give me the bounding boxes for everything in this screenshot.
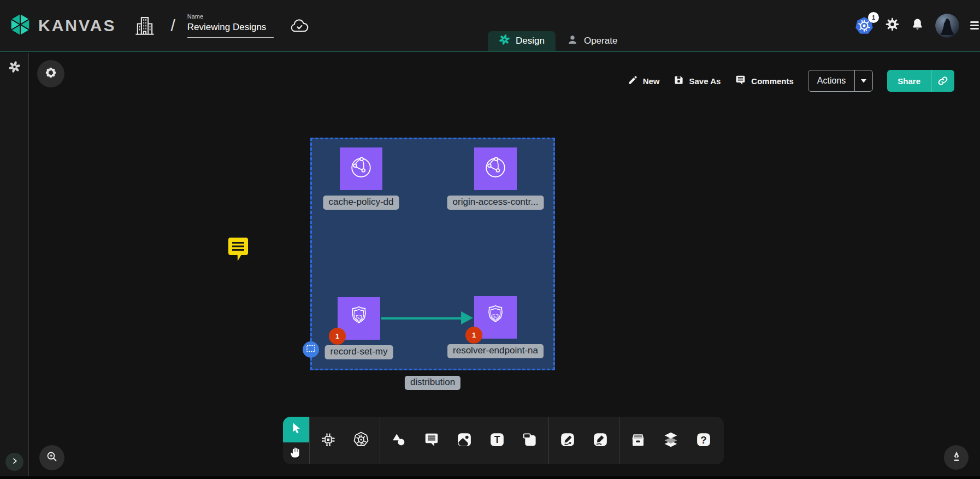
svg-text:T: T — [494, 434, 500, 445]
design-swirl-icon — [499, 34, 510, 48]
kubernetes-context-button[interactable]: 1 — [854, 16, 874, 36]
breadcrumb-separator: / — [170, 16, 175, 35]
canvas-toolbar: New Save As Comments Actions Share — [628, 70, 954, 92]
notifications-bell-icon[interactable] — [911, 17, 924, 33]
shapes-icon — [391, 431, 407, 450]
magnifier-plus-icon — [45, 450, 58, 465]
route53-shield-icon: 53 — [345, 304, 373, 333]
edge-connector-arrowhead — [461, 311, 473, 324]
node-label: record-set-my — [325, 345, 393, 359]
kubernetes-helm-icon — [352, 431, 370, 451]
circuit-chip-icon — [320, 431, 336, 450]
error-count-badge: 1 — [329, 328, 346, 345]
pen-icon — [559, 431, 576, 450]
canvas-menu-button[interactable] — [37, 60, 64, 87]
pen-tool-button[interactable] — [551, 417, 584, 464]
app-header: KANVAS / Name — [0, 0, 980, 52]
actions-dropdown-caret[interactable] — [855, 70, 872, 91]
comment-bubble-icon — [735, 74, 746, 87]
pan-tool-button[interactable] — [283, 442, 309, 464]
text-tool-button[interactable]: T — [481, 417, 513, 464]
logo-wordmark: KANVAS — [38, 16, 116, 35]
pencil-icon — [628, 75, 638, 87]
cloudfront-globe-icon — [347, 153, 375, 184]
node-label: resolver-endpoint-na — [447, 344, 544, 358]
image-tool-button[interactable] — [448, 417, 481, 464]
dashed-rectangle-icon — [306, 344, 316, 355]
node-origin-access-control[interactable]: origin-access-contr... — [474, 147, 517, 190]
operate-person-icon — [566, 34, 578, 49]
cursor-arrow-icon — [290, 422, 303, 437]
tab-design[interactable]: Design — [488, 31, 556, 51]
sketch-pencil-icon — [592, 431, 609, 450]
design-name-input[interactable] — [187, 21, 274, 38]
error-count-badge: 1 — [465, 327, 482, 344]
comment-tool-button[interactable] — [415, 417, 448, 464]
image-icon — [456, 431, 473, 450]
select-tool-button[interactable] — [283, 417, 309, 442]
pen-nib-icon — [950, 450, 963, 465]
node-resolver-endpoint[interactable]: 53 1 resolver-endpoint-na — [474, 296, 517, 339]
archive-tool-button[interactable] — [622, 417, 654, 464]
svg-text:53: 53 — [492, 313, 499, 320]
tab-design-label: Design — [516, 36, 545, 46]
comments-button[interactable]: Comments — [735, 74, 794, 87]
sketch-pencil-tool-button[interactable] — [584, 417, 617, 464]
cloud-saved-status-icon — [289, 15, 310, 36]
svg-text:?: ? — [700, 434, 706, 445]
node-record-set[interactable]: 53 1 record-set-my — [338, 297, 380, 340]
bottom-edge-strip — [0, 476, 980, 479]
name-field-label: Name — [187, 13, 274, 20]
user-avatar[interactable] — [935, 14, 959, 38]
actions-button[interactable]: Actions — [808, 70, 873, 92]
svg-text:53: 53 — [356, 314, 362, 321]
library-tools-section: ? — [619, 417, 722, 464]
infra-tools-section — [310, 417, 380, 464]
group-selection-handle[interactable] — [303, 341, 319, 358]
left-sidebar — [0, 53, 29, 479]
group-label: distribution — [405, 376, 461, 390]
copy-link-icon[interactable] — [931, 70, 954, 92]
sidebar-expand-button[interactable] — [5, 453, 23, 471]
pointer-tools-column — [283, 417, 309, 464]
header-right-actions: 1 — [854, 0, 980, 51]
infrastructure-tool-button[interactable] — [312, 417, 345, 464]
card-tool-button[interactable] — [513, 417, 546, 464]
cloudfront-globe-icon — [481, 153, 510, 184]
actions-button-label[interactable]: Actions — [808, 70, 854, 91]
save-as-button[interactable]: Save As — [674, 75, 721, 87]
mode-tabs: Design Operate — [488, 31, 628, 51]
pen-mode-button[interactable] — [944, 445, 969, 470]
layers-icon — [662, 431, 680, 451]
organization-building-icon[interactable] — [133, 14, 156, 37]
hand-icon — [290, 446, 303, 461]
zoom-in-button[interactable] — [39, 445, 64, 470]
new-button[interactable]: New — [628, 75, 660, 87]
share-button-label[interactable]: Share — [887, 70, 931, 92]
text-icon: T — [489, 431, 505, 450]
help-tool-button[interactable]: ? — [687, 417, 720, 464]
archive-drawer-icon — [630, 431, 646, 450]
tab-operate-label: Operate — [584, 36, 617, 46]
chevron-right-icon — [10, 456, 20, 468]
question-mark-icon: ? — [695, 431, 712, 450]
share-button[interactable]: Share — [887, 70, 954, 92]
layers-tool-button[interactable] — [654, 417, 687, 464]
bottom-toolbar: T — [283, 417, 724, 464]
kubernetes-tool-button[interactable] — [345, 417, 377, 464]
kubernetes-count-badge: 1 — [868, 12, 879, 23]
canvas-comment-pin[interactable] — [226, 236, 251, 265]
tab-operate[interactable]: Operate — [556, 31, 628, 51]
drawing-tools-section — [549, 417, 619, 464]
comments-button-label: Comments — [751, 76, 794, 86]
save-as-button-label: Save As — [689, 76, 721, 86]
app-root: KANVAS / Name — [0, 0, 980, 479]
comment-bubble-icon — [423, 431, 440, 450]
hamburger-menu-icon[interactable] — [970, 21, 979, 29]
node-cache-policy[interactable]: cache-policy-dd — [340, 147, 382, 190]
node-label: cache-policy-dd — [323, 196, 399, 210]
kanvas-logo[interactable]: KANVAS — [8, 12, 116, 39]
settings-gear-icon[interactable] — [885, 17, 900, 34]
shapes-tool-button[interactable] — [382, 417, 415, 464]
card-icon — [522, 431, 538, 450]
